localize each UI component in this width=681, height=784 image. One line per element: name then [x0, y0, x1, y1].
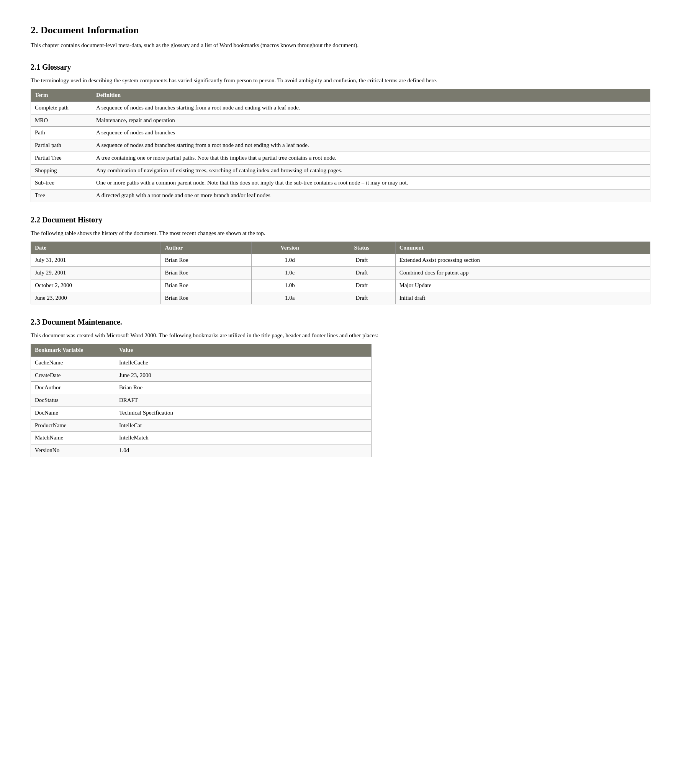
glossary-term: Sub-tree — [31, 177, 92, 189]
history-row: July 29, 2001Brian Roe1.0cDraftCombined … — [31, 267, 650, 279]
bookmark-row: DocAuthorBrian Roe — [31, 382, 372, 394]
bookmark-row: MatchNameIntelleMatch — [31, 432, 372, 444]
glossary-row: Partial TreeA tree containing one or mor… — [31, 152, 650, 164]
glossary-definition: A sequence of nodes and branches startin… — [92, 101, 650, 114]
glossary-table: Term Definition Complete pathA sequence … — [31, 89, 650, 202]
history-header-author: Author — [161, 242, 252, 254]
history-header-comment: Comment — [395, 242, 650, 254]
section22-intro: The following table shows the history of… — [31, 229, 650, 238]
bookmark-cell: CacheName — [31, 356, 115, 369]
glossary-term: Tree — [31, 189, 92, 202]
history-cell: 1.0a — [251, 292, 328, 304]
section23-title: 2.3 Document Maintenance. — [31, 317, 650, 328]
bookmark-row: DocStatusDRAFT — [31, 394, 372, 407]
history-cell: October 2, 2000 — [31, 279, 161, 292]
bookmark-cell: IntelleCache — [115, 356, 372, 369]
glossary-definition: A tree containing one or more partial pa… — [92, 152, 650, 164]
history-cell: July 29, 2001 — [31, 267, 161, 279]
history-table: DateAuthorVersionStatusComment July 31, … — [31, 242, 650, 305]
bookmark-row: CacheNameIntelleCache — [31, 356, 372, 369]
glossary-definition: A directed graph with a root node and on… — [92, 189, 650, 202]
glossary-definition: A sequence of nodes and branches startin… — [92, 139, 650, 152]
section23-intro: This document was created with Microsoft… — [31, 332, 650, 340]
bookmark-cell: DocStatus — [31, 394, 115, 407]
glossary-definition: One or more paths with a common parent n… — [92, 177, 650, 189]
bookmark-cell: ProductName — [31, 419, 115, 432]
glossary-row: Partial pathA sequence of nodes and bran… — [31, 139, 650, 152]
history-header-status: Status — [328, 242, 395, 254]
glossary-row: Complete pathA sequence of nodes and bra… — [31, 101, 650, 114]
bookmark-cell: DocAuthor — [31, 382, 115, 394]
glossary-row: TreeA directed graph with a root node an… — [31, 189, 650, 202]
bookmark-cell: DocName — [31, 407, 115, 419]
section21-intro: The terminology used in describing the s… — [31, 77, 650, 85]
bookmark-row: DocNameTechnical Specification — [31, 407, 372, 419]
history-cell: Major Update — [395, 279, 650, 292]
history-cell: 1.0d — [251, 254, 328, 267]
bookmark-header-value: Value — [115, 344, 372, 357]
history-cell: June 23, 2000 — [31, 292, 161, 304]
bookmark-cell: June 23, 2000 — [115, 369, 372, 382]
history-row: June 23, 2000Brian Roe1.0aDraftInitial d… — [31, 292, 650, 304]
history-cell: Brian Roe — [161, 254, 252, 267]
history-row: October 2, 2000Brian Roe1.0bDraftMajor U… — [31, 279, 650, 292]
history-cell: Brian Roe — [161, 292, 252, 304]
bookmark-row: CreateDateJune 23, 2000 — [31, 369, 372, 382]
glossary-term: Complete path — [31, 101, 92, 114]
history-cell: Draft — [328, 267, 395, 279]
history-header-date: Date — [31, 242, 161, 254]
bookmark-row: VersionNo1.0d — [31, 444, 372, 457]
history-cell: 1.0b — [251, 279, 328, 292]
history-cell: Brian Roe — [161, 279, 252, 292]
glossary-definition: Maintenance, repair and operation — [92, 114, 650, 127]
history-cell: Draft — [328, 292, 395, 304]
bookmark-table: Bookmark VariableValue CacheNameIntelleC… — [31, 344, 372, 457]
glossary-header-definition: Definition — [92, 89, 650, 102]
glossary-header-term: Term — [31, 89, 92, 102]
glossary-term: Partial Tree — [31, 152, 92, 164]
bookmark-cell: IntelleCat — [115, 419, 372, 432]
bookmark-cell: Technical Specification — [115, 407, 372, 419]
glossary-row: ShoppingAny combination of navigation of… — [31, 164, 650, 177]
glossary-row: PathA sequence of nodes and branches — [31, 127, 650, 139]
glossary-term: Shopping — [31, 164, 92, 177]
bookmark-cell: 1.0d — [115, 444, 372, 457]
history-cell: Extended Assist processing section — [395, 254, 650, 267]
section2-title: 2. Document Information — [31, 23, 650, 38]
history-cell: Draft — [328, 279, 395, 292]
bookmark-cell: VersionNo — [31, 444, 115, 457]
glossary-term: MRO — [31, 114, 92, 127]
history-header-version: Version — [251, 242, 328, 254]
history-cell: Combined docs for patent app — [395, 267, 650, 279]
glossary-term: Partial path — [31, 139, 92, 152]
glossary-definition: A sequence of nodes and branches — [92, 127, 650, 139]
section22-title: 2.2 Document History — [31, 214, 650, 225]
bookmark-cell: IntelleMatch — [115, 432, 372, 444]
section2-intro: This chapter contains document-level met… — [31, 41, 650, 50]
bookmark-cell: DRAFT — [115, 394, 372, 407]
history-cell: Draft — [328, 254, 395, 267]
history-cell: Initial draft — [395, 292, 650, 304]
history-cell: Brian Roe — [161, 267, 252, 279]
bookmark-row: ProductNameIntelleCat — [31, 419, 372, 432]
bookmark-cell: Brian Roe — [115, 382, 372, 394]
bookmark-cell: CreateDate — [31, 369, 115, 382]
history-row: July 31, 2001Brian Roe1.0dDraftExtended … — [31, 254, 650, 267]
history-cell: 1.0c — [251, 267, 328, 279]
bookmark-header-bookmark-variable: Bookmark Variable — [31, 344, 115, 357]
glossary-row: MROMaintenance, repair and operation — [31, 114, 650, 127]
section21-title: 2.1 Glossary — [31, 62, 650, 73]
glossary-term: Path — [31, 127, 92, 139]
glossary-definition: Any combination of navigation of existin… — [92, 164, 650, 177]
bookmark-cell: MatchName — [31, 432, 115, 444]
glossary-row: Sub-treeOne or more paths with a common … — [31, 177, 650, 189]
history-cell: July 31, 2001 — [31, 254, 161, 267]
